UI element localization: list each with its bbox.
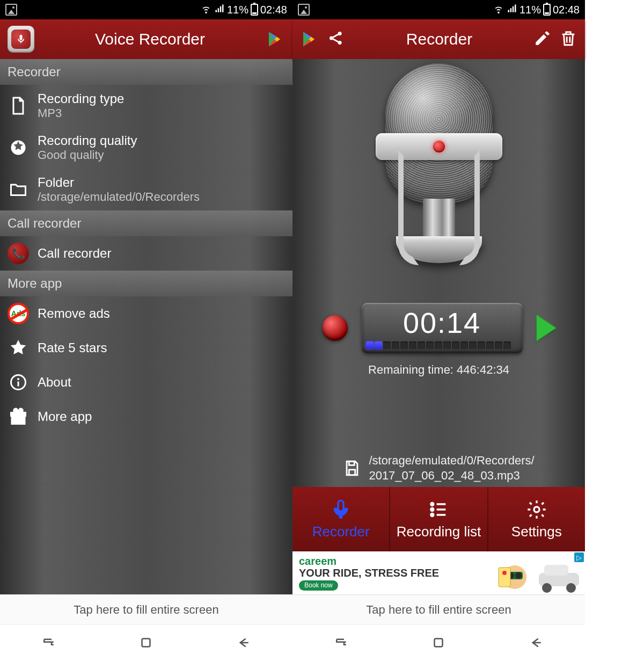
recorder-body: 00:14 Remaining time: 446:42:34 /storage… [292,59,585,594]
save-path: /storage/emulated/0/Recorders/ 2017_07_0… [333,453,544,487]
tab-label: Recording list [397,523,481,540]
remaining-time-label: Remaining time: 446:42:34 [368,363,509,377]
microphone-graphic [364,63,514,289]
play-store-icon[interactable] [300,30,319,49]
edit-icon[interactable] [533,29,552,49]
battery-icon [251,4,258,16]
tab-recording-list[interactable]: Recording list [390,487,488,551]
image-indicator-icon [5,4,17,16]
signal-icon [507,3,517,17]
recorder-screen: 11% 02:48 Recorder 00:14 [292,0,585,662]
battery-icon [543,4,551,16]
setting-title: About [38,375,71,390]
status-bar: 11% 02:48 [0,0,292,19]
setting-folder[interactable]: Folder /storage/emulated/0/Recorders [0,169,292,210]
setting-subtitle: MP3 [38,106,124,120]
fill-screen-hint[interactable]: Tap here to fill entire screen [292,594,585,624]
save-path-dir: /storage/emulated/0/Recorders/ [369,453,534,468]
back-button[interactable] [528,635,544,653]
section-header-more: More app [0,271,292,296]
trash-icon[interactable] [559,29,577,49]
app-title: Voice Recorder [42,30,258,48]
svg-point-18 [430,513,434,516]
save-path-file: 2017_07_06_02_48_03.mp3 [369,468,534,483]
timer-display: 00:14 [362,303,523,353]
ad-cta-button[interactable]: Book now [299,580,338,591]
tab-recorder[interactable]: Recorder [292,487,390,551]
wifi-icon [200,3,212,17]
setting-remove-ads[interactable]: Ads Remove ads [0,296,292,331]
ad-banner[interactable]: careem YOUR RIDE, STRESS FREE Book now ▷ [292,551,585,594]
call-recorder-icon [8,243,29,264]
setting-title: Recording quality [38,133,137,148]
svg-point-16 [430,502,434,506]
recents-button[interactable] [41,635,57,653]
setting-about[interactable]: About [0,365,292,399]
svg-point-17 [430,507,434,511]
bottom-tabs: Recorder Recording list Settings [292,487,585,551]
svg-point-22 [542,583,552,593]
record-button[interactable] [322,315,348,341]
ad-close-icon[interactable]: ▷ [574,552,584,562]
image-indicator-icon [298,4,310,16]
play-button[interactable] [537,315,556,341]
app-title: Recorder [353,30,526,48]
no-ads-icon: Ads [8,303,29,324]
wifi-icon [493,3,504,17]
setting-title: Folder [38,175,200,190]
battery-percent: 11% [227,4,248,16]
setting-title: More app [38,409,92,424]
info-icon [8,372,29,393]
section-header-call: Call recorder [0,210,292,236]
svg-point-27 [515,572,522,579]
setting-subtitle: Good quality [38,148,137,162]
save-icon [343,459,361,477]
setting-title: Remove ads [38,306,110,321]
settings-screen: 11% 02:48 Voice Recorder Recorder Record… [0,0,292,662]
status-time: 02:48 [553,4,580,16]
battery-percent: 11% [519,4,541,16]
app-bar-settings: Voice Recorder [0,19,292,59]
svg-rect-30 [435,638,443,646]
ad-headline: YOUR RIDE, STRESS FREE [299,567,439,579]
android-nav-bar [292,624,585,662]
status-time: 02:48 [260,4,287,16]
ad-brand: careem [299,555,439,567]
setting-title: Recording type [38,91,124,106]
app-icon[interactable] [8,26,34,53]
recents-button[interactable] [333,635,349,653]
gift-icon [8,406,29,427]
svg-rect-28 [499,568,510,587]
folder-icon [8,179,29,200]
app-bar-recorder: Recorder [292,19,585,59]
play-store-icon[interactable] [266,30,285,49]
setting-recording-quality[interactable]: Recording quality Good quality [0,127,292,169]
tab-label: Recorder [312,523,370,540]
setting-rate[interactable]: Rate 5 stars [0,331,292,365]
quality-icon [8,137,29,158]
tab-settings[interactable]: Settings [488,487,585,551]
vu-meter [362,339,523,352]
svg-point-19 [534,507,539,512]
setting-call-recorder[interactable]: Call recorder [0,236,292,271]
svg-point-29 [502,571,507,575]
back-button[interactable] [236,635,252,653]
section-header-recorder: Recorder [0,59,292,85]
svg-rect-7 [18,382,19,387]
signal-icon [214,3,225,17]
setting-more-app[interactable]: More app [0,399,292,434]
status-bar: 11% 02:48 [292,0,585,19]
settings-body: Recorder Recording type MP3 Recording qu… [0,59,292,594]
ad-illustration [491,557,582,594]
file-icon [8,95,29,117]
svg-rect-8 [142,638,150,646]
share-icon[interactable] [327,29,345,49]
elapsed-time: 00:14 [362,306,523,339]
star-icon [8,337,29,359]
fill-screen-hint[interactable]: Tap here to fill entire screen [0,594,292,624]
home-button[interactable] [430,635,447,653]
svg-rect-21 [544,565,568,576]
tab-label: Settings [511,523,562,540]
home-button[interactable] [138,635,154,653]
setting-recording-type[interactable]: Recording type MP3 [0,85,292,127]
